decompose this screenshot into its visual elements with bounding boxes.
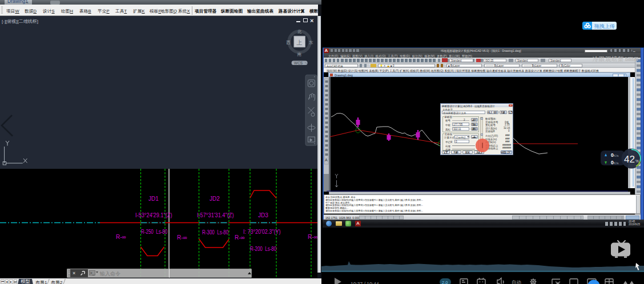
svg-text:42: 42	[624, 154, 635, 165]
svg-text:南: 南	[297, 52, 302, 57]
svg-text:东: 东	[309, 40, 313, 45]
svg-text:北: 北	[297, 29, 302, 34]
svg-text:上: 上	[296, 39, 303, 46]
svg-text:A: A	[325, 158, 328, 162]
svg-text:WCS: WCS	[294, 61, 303, 65]
svg-text:2.0: 2.0	[442, 280, 448, 284]
svg-text:%: %	[635, 159, 639, 163]
svg-text:自动: 自动	[512, 279, 521, 284]
svg-text:西: 西	[286, 40, 291, 45]
svg-text:10:37 / 10:44: 10:37 / 10:44	[351, 281, 379, 284]
